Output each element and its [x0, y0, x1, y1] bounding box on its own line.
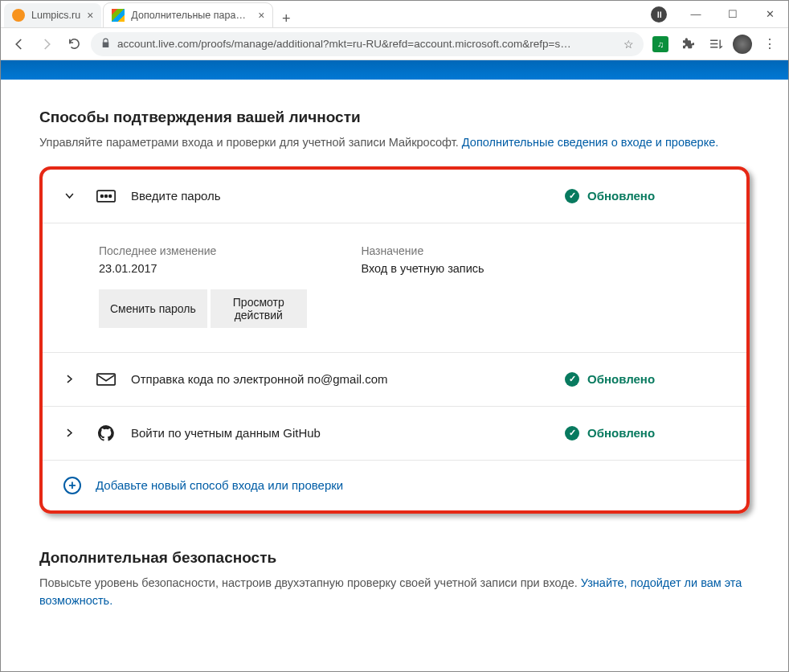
github-icon	[96, 423, 117, 444]
add-signin-method-button[interactable]: + Добавьте новый способ входа или провер…	[43, 461, 746, 510]
tab-strip: Lumpics.ru × Дополнительные параметры бе…	[1, 1, 640, 27]
section-identity-title: Способы подтверждения вашей личности	[39, 109, 750, 126]
window-controls: ⏸ — ☐ ✕	[640, 1, 788, 27]
forward-button[interactable]	[36, 34, 57, 55]
new-tab-button[interactable]: +	[275, 10, 297, 27]
chevron-down-icon	[63, 190, 78, 202]
method-row-email[interactable]: Отправка кода по электронной по@gmail.co…	[43, 353, 746, 407]
ms-header-bar	[1, 60, 788, 80]
method-label: Введите пароль	[131, 189, 565, 203]
method-label: Отправка кода по электронной по@gmail.co…	[131, 372, 565, 386]
last-change-label: Последнее изменение	[99, 244, 216, 257]
change-password-button[interactable]: Сменить пароль	[99, 289, 207, 328]
signin-info-link[interactable]: Дополнительные сведения о входе и провер…	[462, 136, 718, 149]
profile-avatar[interactable]	[732, 34, 753, 55]
subtitle-text: Повысьте уровень безопасности, настроив …	[39, 576, 581, 589]
tab-title: Lumpics.ru	[31, 10, 80, 21]
close-tab-icon[interactable]: ×	[258, 9, 264, 22]
close-window-button[interactable]: ✕	[751, 1, 788, 27]
lock-icon	[100, 38, 111, 51]
password-icon	[96, 186, 117, 207]
purpose-value: Вход в учетную запись	[361, 262, 484, 275]
svg-point-2	[105, 195, 108, 197]
maximize-button[interactable]: ☐	[714, 1, 751, 27]
email-icon	[96, 369, 117, 390]
chevron-right-icon	[63, 373, 78, 385]
chevron-right-icon	[63, 427, 78, 439]
status-badge: ✓ Обновлено	[565, 426, 726, 440]
svg-point-1	[100, 195, 103, 197]
svg-point-3	[109, 195, 112, 197]
browser-titlebar: Lumpics.ru × Дополнительные параметры бе…	[1, 1, 788, 28]
method-label: Войти по учетным данным GitHub	[131, 426, 565, 440]
subtitle-text: Управляйте параметрами входа и проверки …	[39, 136, 462, 149]
back-button[interactable]	[9, 34, 30, 55]
check-icon: ✓	[565, 372, 579, 387]
star-icon[interactable]: ☆	[623, 38, 634, 51]
reload-button[interactable]	[63, 34, 84, 55]
account-badge[interactable]: ⏸	[640, 1, 677, 27]
section-extra-security-title: Дополнительная безопасность	[39, 549, 750, 567]
page-content: Способы подтверждения вашей личности Упр…	[1, 60, 788, 671]
method-row-github[interactable]: Войти по учетным данным GitHub ✓ Обновле…	[43, 407, 746, 461]
last-change-value: 23.01.2017	[99, 262, 216, 275]
close-tab-icon[interactable]: ×	[87, 9, 93, 22]
password-details: Последнее изменение 23.01.2017 Назначени…	[43, 223, 746, 289]
favicon-microsoft	[112, 9, 125, 22]
url-text: account.live.com/proofs/manage/additiona…	[117, 38, 617, 50]
method-row-password[interactable]: Введите пароль ✓ Обновлено	[43, 170, 746, 223]
sign-in-methods-panel: Введите пароль ✓ Обновлено Последнее изм…	[39, 166, 750, 514]
minimize-button[interactable]: —	[677, 1, 714, 27]
section-extra-security-subtitle: Повысьте уровень безопасности, настроив …	[39, 575, 750, 610]
status-text: Обновлено	[587, 426, 655, 440]
tab-ms-account[interactable]: Дополнительные параметры бе ×	[104, 3, 272, 27]
check-icon: ✓	[565, 426, 579, 440]
plus-icon: +	[63, 477, 81, 494]
purpose-label: Назначение	[361, 244, 484, 257]
view-activity-button[interactable]: Просмотр действий	[211, 289, 307, 328]
menu-button[interactable]: ⋮	[759, 34, 780, 55]
password-actions: Сменить пароль Просмотр действий	[43, 289, 746, 353]
tab-lumpics[interactable]: Lumpics.ru ×	[4, 3, 101, 27]
status-badge: ✓ Обновлено	[565, 372, 726, 387]
favicon-lumpics	[12, 9, 25, 22]
add-method-label: Добавьте новый способ входа или проверки	[96, 478, 343, 492]
section-identity-subtitle: Управляйте параметрами входа и проверки …	[39, 134, 750, 152]
status-badge: ✓ Обновлено	[565, 189, 726, 203]
status-text: Обновлено	[587, 189, 655, 203]
tab-title: Дополнительные параметры бе	[131, 10, 251, 21]
extensions-icon[interactable]	[677, 34, 698, 55]
svg-rect-4	[97, 374, 115, 385]
extension-music-icon[interactable]: ♫	[650, 34, 671, 55]
omnibox[interactable]: account.live.com/proofs/manage/additiona…	[91, 32, 644, 56]
check-icon: ✓	[565, 189, 579, 203]
address-bar: account.live.com/proofs/manage/additiona…	[1, 28, 788, 60]
reading-list-icon[interactable]	[705, 34, 726, 55]
status-text: Обновлено	[587, 372, 655, 386]
